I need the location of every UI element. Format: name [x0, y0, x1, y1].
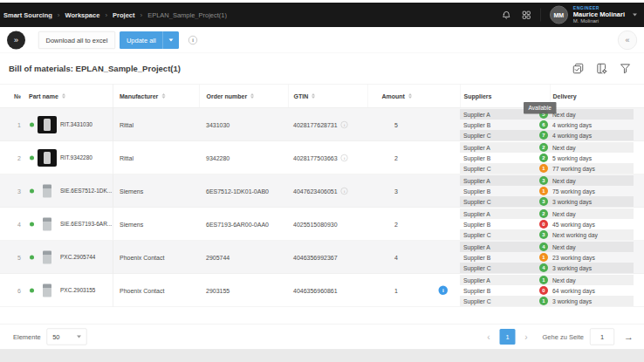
- part-thumbnail[interactable]: [38, 182, 57, 200]
- column-header-manufacturer[interactable]: Manufacturer: [113, 85, 199, 108]
- table-row[interactable]: 2 RIT.9342280 Rittal 9342280 40281775036…: [0, 141, 644, 174]
- sort-icon[interactable]: [62, 93, 65, 99]
- stock-badge[interactable]: 1: [539, 297, 548, 305]
- sort-icon[interactable]: [408, 93, 412, 99]
- breadcrumb-workspace[interactable]: Workspace: [65, 11, 100, 19]
- delivery-time: 3 working days: [552, 297, 592, 304]
- update-all-button[interactable]: Update all: [120, 31, 179, 49]
- current-page-button[interactable]: 1: [499, 329, 515, 345]
- table-row[interactable]: 5 PXC.2905744 Phoenix Contact 2905744 40…: [0, 241, 644, 274]
- next-page-button[interactable]: ›: [521, 331, 531, 342]
- row-number: 5: [0, 241, 26, 274]
- stock-badge[interactable]: 1: [539, 276, 548, 284]
- status-dot-icon: [30, 222, 34, 226]
- amount-info-icon[interactable]: i: [439, 286, 449, 296]
- part-thumbnail[interactable]: [38, 215, 57, 233]
- order-number-cell: 6ES7512-1DK01-0AB0: [199, 174, 288, 208]
- gtin-cell: 4047623406051 i: [288, 174, 367, 208]
- delivery-time: 5 working days: [552, 154, 592, 161]
- user-avatar[interactable]: MM: [550, 6, 568, 24]
- user-menu-chevron-down-icon[interactable]: [633, 14, 637, 17]
- table-settings-icon[interactable]: [595, 62, 608, 75]
- part-image-shape: [43, 184, 51, 197]
- amount-cell: 1 i: [367, 274, 460, 307]
- stock-badge[interactable]: 6: [539, 120, 548, 129]
- column-header-amount[interactable]: Amount: [367, 85, 460, 108]
- delivery-time: Next working day: [552, 231, 598, 238]
- delivery-time: 75 working days: [552, 188, 595, 195]
- sort-icon[interactable]: [312, 93, 315, 99]
- gtin-info-icon[interactable]: i: [341, 154, 348, 161]
- table-row[interactable]: 4 SIE.6ES7193-6AR... Siemens 6ES7193-6AR…: [0, 208, 644, 241]
- goto-page-arrow-icon[interactable]: →: [624, 331, 634, 343]
- supplier-line: Supplier B 0 45 working days: [460, 219, 634, 229]
- stock-badge[interactable]: 1: [539, 253, 548, 262]
- stock-badge[interactable]: 2: [539, 143, 548, 152]
- status-dot-icon: [30, 188, 34, 193]
- part-name-cell: PXC.2905744: [26, 241, 113, 274]
- expand-sidebar-button[interactable]: »: [7, 31, 25, 49]
- breadcrumb-separator-icon: ›: [140, 11, 142, 19]
- supplier-name: Supplier C: [460, 264, 491, 271]
- part-thumbnail[interactable]: [38, 249, 57, 266]
- gtin-cell: 4025515080930 i: [288, 208, 367, 241]
- supplier-line: Supplier A 2 Next day: [460, 142, 634, 153]
- gtin-info-icon[interactable]: i: [341, 188, 348, 195]
- amount-cell: 2 i: [367, 141, 460, 174]
- part-thumbnail[interactable]: [38, 116, 57, 133]
- stock-badge[interactable]: 4: [539, 263, 548, 272]
- update-all-dropdown-chevron-icon[interactable]: [163, 31, 179, 49]
- manufacturer-cell: Siemens: [113, 174, 199, 208]
- sort-icon[interactable]: [250, 93, 254, 99]
- page-size-select[interactable]: 50: [47, 329, 87, 345]
- copy-selection-icon[interactable]: [572, 62, 585, 75]
- stock-badge[interactable]: 2: [539, 209, 548, 218]
- part-name: RIT.9342280: [60, 154, 92, 161]
- gtin-info-icon[interactable]: i: [341, 121, 348, 128]
- supplier-line: Supplier B 2 5 working days: [460, 153, 634, 163]
- part-thumbnail[interactable]: [38, 149, 57, 167]
- supplier-line: Supplier C 1 77 working days: [460, 163, 634, 174]
- breadcrumb-project[interactable]: Project: [113, 11, 134, 19]
- previous-page-button[interactable]: ‹: [483, 331, 493, 342]
- breadcrumb-separator-icon: ›: [58, 11, 60, 19]
- stock-badge[interactable]: 0: [539, 286, 548, 295]
- user-role-label: ENGINEER: [573, 5, 625, 10]
- stock-badge[interactable]: 3: [539, 176, 548, 185]
- toolbar-info-icon[interactable]: i: [188, 36, 197, 44]
- part-thumbnail[interactable]: [38, 282, 57, 299]
- goto-page-input[interactable]: [590, 329, 614, 345]
- stock-badge[interactable]: 3: [539, 230, 548, 239]
- stock-badge[interactable]: 2: [539, 154, 548, 162]
- column-header-no: №: [0, 85, 26, 108]
- stock-badge[interactable]: 3: [539, 197, 548, 206]
- column-header-order-number[interactable]: Order number: [199, 85, 288, 108]
- delivery-time: Next day: [552, 210, 576, 217]
- stock-badge[interactable]: 4: [539, 242, 548, 251]
- part-image-shape: [43, 250, 51, 263]
- user-menu[interactable]: ENGINEER Maurice Molinari M. Molinari: [573, 5, 625, 24]
- download-excel-button[interactable]: Download all to excel: [38, 31, 115, 49]
- column-header-gtin[interactable]: GTIN: [288, 85, 367, 108]
- app-grid-icon[interactable]: [521, 10, 531, 20]
- toolbar: » Download all to excel Update all i «: [0, 27, 644, 53]
- column-header-part-name[interactable]: Part name: [26, 85, 113, 108]
- stock-badge[interactable]: 1: [539, 187, 548, 195]
- collapse-panel-button[interactable]: «: [618, 31, 637, 50]
- part-name-cell: SIE.6ES7512-1DK...: [26, 174, 113, 208]
- table-row[interactable]: 3 SIE.6ES7512-1DK... Siemens 6ES7512-1DK…: [0, 174, 644, 208]
- stock-badge[interactable]: 7: [539, 131, 548, 140]
- availability-tooltip: Available: [524, 102, 556, 114]
- supplier-line: Supplier C 3 Next working day: [460, 229, 634, 240]
- table-row[interactable]: 6 PXC.2903155 Phoenix Contact 2903155 40…: [0, 274, 644, 307]
- sort-icon[interactable]: [161, 93, 165, 99]
- stock-badge[interactable]: 1: [539, 164, 548, 173]
- filter-funnel-icon[interactable]: [619, 62, 632, 75]
- supplier-name: Supplier B: [460, 188, 490, 195]
- stock-badge[interactable]: 0: [539, 220, 548, 229]
- delivery-time: 4 working days: [552, 132, 592, 139]
- part-image-shape: [44, 119, 51, 131]
- notifications-bell-icon[interactable]: [501, 10, 511, 20]
- breadcrumb-smart-sourcing[interactable]: Smart Sourcing: [3, 11, 52, 19]
- supplier-name: Supplier A: [460, 243, 490, 250]
